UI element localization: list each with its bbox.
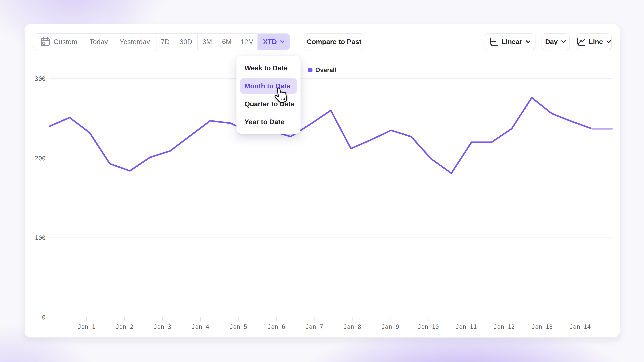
chart-type-dropdown-label: Line <box>589 38 603 46</box>
calendar-icon <box>40 36 50 47</box>
compare-to-past-button[interactable]: Compare to Past <box>304 33 364 50</box>
date-range-segmented-control: CustomTodayYesterday7D30D3M6M12MXTD <box>33 33 290 50</box>
range-button-3m[interactable]: 3M <box>198 34 217 50</box>
range-button-label: 7D <box>161 38 170 46</box>
range-button-custom[interactable]: Custom <box>33 34 84 50</box>
menu-item-week-to-date[interactable]: Week to Date <box>236 60 300 76</box>
scale-dropdown-label: Linear <box>502 38 522 46</box>
menu-item-year-to-date[interactable]: Year to Date <box>236 114 300 130</box>
chevron-down-icon <box>280 40 284 43</box>
legend-label: Overall <box>315 66 336 73</box>
scale-dropdown-button[interactable]: Linear <box>484 33 536 50</box>
range-button-today[interactable]: Today <box>84 34 113 50</box>
chevron-down-icon <box>561 40 566 43</box>
range-button-label: XTD <box>263 38 277 46</box>
range-button-label: 12M <box>240 38 254 46</box>
range-button-6m[interactable]: 6M <box>217 34 237 50</box>
range-button-7d[interactable]: 7D <box>156 34 174 50</box>
legend-swatch <box>308 68 312 72</box>
range-button-12m[interactable]: 12M <box>237 34 258 50</box>
menu-item-month-to-date[interactable]: Month to Date <box>240 78 297 94</box>
axis-linear-icon <box>489 37 498 46</box>
range-button-label: 3M <box>202 38 212 46</box>
range-button-yesterday[interactable]: Yesterday <box>113 34 156 50</box>
hand-pointer-cursor <box>272 86 289 105</box>
toolbar: CustomTodayYesterday7D30D3M6M12MXTD Comp… <box>25 33 620 50</box>
granularity-dropdown-label: Day <box>545 38 558 46</box>
date-range-dropdown-menu: Week to DateMonth to DateQuarter to Date… <box>236 56 300 134</box>
granularity-dropdown-button[interactable]: Day <box>542 33 570 50</box>
chart-type-dropdown-button[interactable]: Line <box>576 33 612 50</box>
chevron-down-icon <box>526 40 531 43</box>
range-button-label: 6M <box>222 38 232 46</box>
line-chart-icon <box>576 37 586 46</box>
chart-card: CustomTodayYesterday7D30D3M6M12MXTD Comp… <box>24 24 620 338</box>
chart-legend: Overall <box>308 66 336 73</box>
range-button-label: Custom <box>54 38 77 46</box>
range-button-label: Today <box>90 38 108 46</box>
chevron-down-icon <box>606 40 611 43</box>
range-button-label: Yesterday <box>120 38 150 46</box>
menu-item-quarter-to-date[interactable]: Quarter to Date <box>236 96 300 112</box>
range-button-30d[interactable]: 30D <box>174 34 198 50</box>
range-button-xtd[interactable]: XTD <box>258 34 290 50</box>
range-button-label: 30D <box>180 38 192 46</box>
